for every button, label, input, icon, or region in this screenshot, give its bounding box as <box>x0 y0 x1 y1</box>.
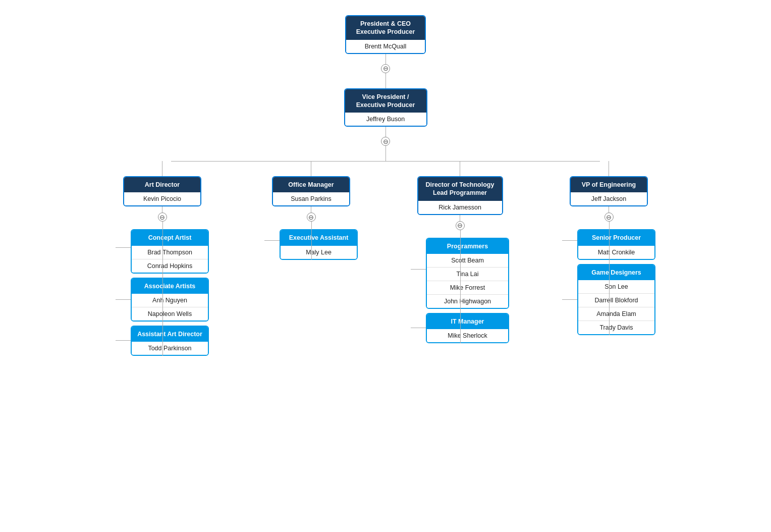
ceo-collapse[interactable]: ⊖ <box>381 64 390 73</box>
art-dir-col: Art Director Kevin Picocio ⊖ Concept Art… <box>88 161 237 356</box>
senior-prod-card: Senior Producer Matt Cronkile <box>577 229 655 259</box>
game-designer-0: Son Lee <box>578 280 654 293</box>
dir-tech-title: Director of Technology Lead Programmer <box>418 177 502 201</box>
org-chart: President & CEO Executive Producer Brent… <box>0 0 771 371</box>
vp-eng-vline <box>609 206 609 212</box>
concept-artist-body: Brad Thompson Conrad Hopkins <box>132 246 208 273</box>
vp-eng-collapse[interactable]: ⊖ <box>604 212 614 222</box>
ceo-section: President & CEO Executive Producer Brent… <box>345 15 426 88</box>
programmer-3: John Highwagon <box>427 294 508 308</box>
asst-hline <box>116 340 131 341</box>
assoc-artists-title: Associate Artists <box>132 279 208 294</box>
ceo-vline2 <box>386 73 386 88</box>
it-mgr-title: IT Manager <box>427 314 508 329</box>
art-dir-card: Art Director Kevin Picocio <box>123 176 201 206</box>
vp-exec-title: Vice President / Executive Producer <box>345 89 426 113</box>
it-mgr-hline <box>411 328 426 328</box>
assoc-person-1: Napoleon Wells <box>132 307 208 321</box>
asst-person-0: Todd Parkinson <box>132 342 208 355</box>
office-sub-container: Executive Assistant Maly Lee <box>264 222 358 259</box>
game-designer-1: Darrell Blokford <box>578 293 654 307</box>
vp-exec-collapse[interactable]: ⊖ <box>381 137 390 146</box>
office-mgr-card: Office Manager Susan Parkins <box>272 176 350 206</box>
exec-asst-body: Maly Lee <box>281 246 357 259</box>
it-mgr-card: IT Manager Mike Sherlock <box>426 313 509 343</box>
senior-prod-person-0: Matt Cronkile <box>578 246 654 259</box>
programmer-0: Scott Beam <box>427 254 508 267</box>
assoc-person-0: Anh Nguyen <box>132 294 208 307</box>
concept-artist-card: Concept Artist Brad Thompson Conrad Hopk… <box>131 229 209 273</box>
vp-eng-col: VP of Engineering Jeff Jackson ⊖ Senior … <box>534 161 683 335</box>
vp-exec-body: Jeffrey Buson <box>345 113 426 126</box>
art-dir-person: Kevin Picocio <box>124 192 200 205</box>
asst-art-dir-title: Assistant Art Director <box>132 327 208 342</box>
it-mgr-person-0: Mike Sherlock <box>427 329 508 342</box>
programmers-hline <box>411 269 426 270</box>
dir-tech-sub-container: Programmers Scott Beam Tina Lai Mike For… <box>411 230 509 344</box>
vp-eng-title: VP of Engineering <box>571 177 647 192</box>
dir-tech-col: Director of Technology Lead Programmer R… <box>386 161 534 343</box>
office-mgr-title: Office Manager <box>273 177 349 192</box>
concept-artist-title: Concept Artist <box>132 230 208 245</box>
vp-eng-sub-container: Senior Producer Matt Cronkile Game Desig… <box>562 222 655 335</box>
vp-eng-body: Jeff Jackson <box>571 192 647 205</box>
assoc-hline <box>116 299 131 300</box>
office-vline <box>311 206 311 212</box>
art-dir-body: Kevin Picocio <box>124 192 200 205</box>
vp-exec-vline <box>386 127 386 137</box>
programmers-body: Scott Beam Tina Lai Mike Forrest John Hi… <box>427 254 508 308</box>
vp-exec-section: Vice President / Executive Producer Jeff… <box>344 88 427 162</box>
game-designers-card: Game Designers Son Lee Darrell Blokford … <box>577 264 655 335</box>
level3-container: Art Director Kevin Picocio ⊖ Concept Art… <box>88 161 683 356</box>
it-mgr-body: Mike Sherlock <box>427 329 508 342</box>
dir-tech-topline <box>460 161 460 176</box>
art-dir-title: Art Director <box>124 177 200 192</box>
exec-asst-card: Executive Assistant Maly Lee <box>280 229 358 259</box>
programmer-1: Tina Lai <box>427 267 508 281</box>
game-designer-2: Amanda Elam <box>578 307 654 321</box>
senior-prod-body: Matt Cronkile <box>578 246 654 259</box>
vp-eng-sub-vline <box>609 222 610 335</box>
dir-tech-person: Rick Jamesson <box>418 201 502 214</box>
game-designers-title: Game Designers <box>578 265 654 280</box>
assoc-artists-body: Anh Nguyen Napoleon Wells <box>132 294 208 321</box>
office-topline <box>311 161 311 176</box>
vp-exec-vline2 <box>386 146 386 161</box>
art-sub-vline <box>162 222 163 356</box>
office-mgr-body: Susan Parkins <box>273 192 349 205</box>
senior-prod-title: Senior Producer <box>578 230 654 245</box>
office-mgr-col: Office Manager Susan Parkins ⊖ Executive… <box>237 161 386 260</box>
exec-asst-person-0: Maly Lee <box>281 246 357 259</box>
vp-eng-card: VP of Engineering Jeff Jackson <box>570 176 648 206</box>
programmers-title: Programmers <box>427 239 508 254</box>
asst-art-dir-body: Todd Parkinson <box>132 342 208 355</box>
office-sub-vline <box>311 222 312 259</box>
vp-eng-person: Jeff Jackson <box>571 192 647 205</box>
dir-tech-sub-vline <box>460 230 461 344</box>
assoc-artists-card: Associate Artists Anh Nguyen Napoleon We… <box>131 278 209 322</box>
art-dir-collapse[interactable]: ⊖ <box>158 212 167 222</box>
concept-hline <box>116 247 131 248</box>
ceo-card: President & CEO Executive Producer Brent… <box>345 15 426 54</box>
exec-asst-hline <box>264 240 280 241</box>
senior-prod-hline <box>562 240 577 241</box>
office-collapse[interactable]: ⊖ <box>307 212 316 222</box>
art-dir-topline <box>162 161 162 176</box>
programmer-2: Mike Forrest <box>427 281 508 294</box>
concept-person-0: Brad Thompson <box>132 246 208 259</box>
programmers-card: Programmers Scott Beam Tina Lai Mike For… <box>426 238 509 309</box>
dir-tech-collapse[interactable]: ⊖ <box>456 221 465 230</box>
ceo-person: Brentt McQuall <box>346 40 425 53</box>
game-designer-3: Trady Davis <box>578 321 654 334</box>
dir-tech-body: Rick Jamesson <box>418 201 502 214</box>
office-mgr-person: Susan Parkins <box>273 192 349 205</box>
art-sub-container: Concept Artist Brad Thompson Conrad Hopk… <box>116 222 209 356</box>
h-connector-top <box>171 161 600 162</box>
game-design-hline <box>562 299 577 300</box>
dir-tech-vline <box>460 215 460 221</box>
ceo-title: President & CEO Executive Producer <box>346 16 425 40</box>
vp-exec-person: Jeffrey Buson <box>345 113 426 126</box>
asst-art-dir-card: Assistant Art Director Todd Parkinson <box>131 326 209 356</box>
game-designers-body: Son Lee Darrell Blokford Amanda Elam Tra… <box>578 280 654 334</box>
exec-asst-title: Executive Assistant <box>281 230 357 245</box>
